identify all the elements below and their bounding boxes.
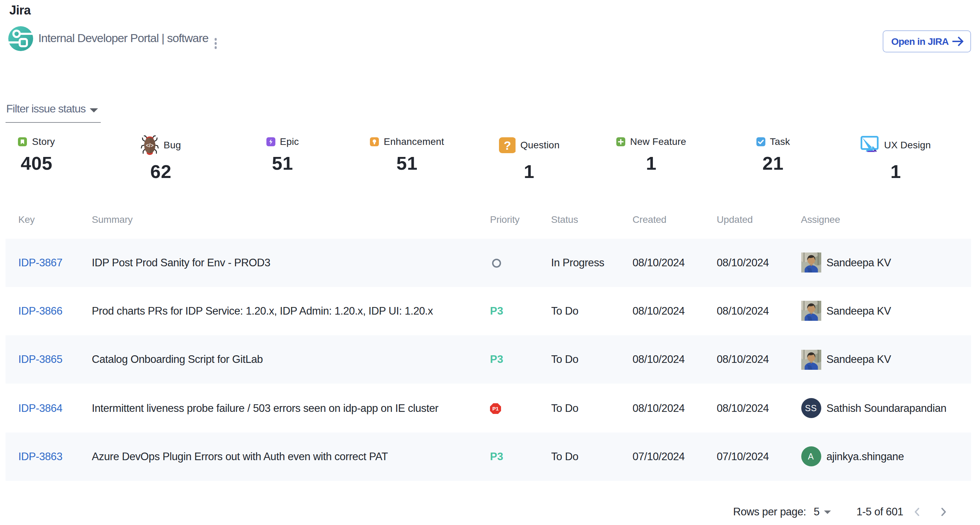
chevron-right-icon	[939, 507, 948, 516]
jira-card: Jira Internal Developer Portal | softwar…	[0, 0, 980, 525]
dropdown-arrow-icon	[90, 108, 98, 112]
bug-icon: </>	[141, 135, 159, 155]
rows-per-page-label: Rows per page:	[733, 505, 806, 518]
assignee-name: Sandeepa KV	[826, 305, 891, 317]
issue-status: In Progress	[551, 238, 633, 287]
column-header-key: Key	[6, 200, 92, 238]
summary-item-task: Task 21	[756, 135, 790, 173]
avatar-photo	[801, 252, 821, 273]
assignee-name: Sathish Soundarapandian	[826, 402, 947, 414]
epic-count: 51	[272, 154, 293, 173]
issue-status: To Do	[551, 287, 633, 336]
column-header-created: Created	[633, 200, 717, 238]
enhancement-icon	[370, 137, 379, 146]
issue-created: 08/10/2024	[633, 384, 717, 433]
open-in-jira-button[interactable]: Open in JIRA	[883, 30, 971, 52]
issue-updated: 08/10/2024	[717, 384, 801, 433]
issues-table: Key Summary Priority Status Created Upda…	[6, 200, 971, 481]
project-logo-icon	[8, 26, 33, 51]
ux-design-count: 1	[891, 162, 901, 181]
avatar-initials: A	[801, 447, 821, 467]
summary-item-ux-design: UX Design 1	[861, 135, 931, 181]
issue-updated: 08/10/2024	[717, 238, 801, 287]
issue-key-link[interactable]: IDP-3863	[18, 450, 62, 462]
kebab-menu-icon[interactable]	[207, 35, 224, 52]
issue-created: 08/10/2024	[633, 287, 717, 336]
summary-item-new-feature: New Feature 1	[616, 135, 686, 173]
table-header-row: Key Summary Priority Status Created Upda…	[6, 200, 971, 238]
task-icon	[756, 137, 765, 146]
summary-item-question: ? Question 1	[499, 135, 560, 181]
summary-item-bug: </> Bug 62	[141, 135, 181, 181]
summary-item-story: Story 405	[18, 135, 55, 173]
enhancement-count: 51	[396, 154, 418, 173]
issue-created: 08/10/2024	[633, 238, 717, 287]
card-title: Jira	[9, 3, 31, 17]
issue-summary: Intermittent liveness probe failure / 50…	[92, 384, 490, 433]
pagination-range: 1-5 of 601	[856, 505, 904, 518]
task-count: 21	[763, 154, 784, 173]
next-page-button[interactable]	[935, 503, 952, 520]
priority-none-icon	[492, 259, 501, 268]
issue-summary: Azure DevOps Plugin Errors out with Auth…	[92, 432, 490, 481]
filter-issue-status-select[interactable]: Filter issue status	[6, 98, 101, 123]
table-row: IDP-3867 IDP Post Prod Sanity for Env - …	[6, 238, 971, 287]
issue-updated: 08/10/2024	[717, 287, 801, 336]
issue-status: To Do	[551, 432, 633, 481]
priority-p3-badge: P3	[490, 305, 503, 317]
issue-key-link[interactable]: IDP-3865	[18, 353, 62, 365]
story-count: 405	[21, 154, 52, 173]
column-header-summary: Summary	[92, 200, 490, 238]
issue-key-link[interactable]: IDP-3867	[18, 256, 62, 268]
column-header-priority: Priority	[490, 200, 551, 238]
issue-status: To Do	[551, 384, 633, 433]
issue-created: 07/10/2024	[633, 432, 717, 481]
new-feature-icon	[616, 137, 625, 146]
question-count: 1	[524, 162, 535, 181]
issue-created: 08/10/2024	[633, 335, 717, 384]
avatar-photo	[801, 349, 821, 370]
priority-p3-badge: P3	[490, 353, 503, 365]
priority-p1-badge: P1	[490, 403, 501, 414]
bug-count: 62	[150, 162, 172, 181]
column-header-updated: Updated	[717, 200, 801, 238]
assignee-name: Sandeepa KV	[826, 353, 891, 366]
summary-item-enhancement: Enhancement 51	[370, 135, 444, 173]
summary-item-epic: Epic 51	[266, 135, 299, 173]
story-icon	[18, 137, 27, 146]
svg-text:?: ?	[503, 138, 511, 152]
assignee-name: Sandeepa KV	[826, 256, 891, 269]
rows-per-page-select[interactable]: 5	[814, 505, 819, 518]
project-name: Internal Developer Portal | software	[38, 32, 208, 46]
issue-summary: Catalog Onboarding Script for GitLab	[92, 335, 490, 384]
issue-updated: 07/10/2024	[717, 432, 801, 481]
svg-text:</>: </>	[146, 142, 154, 148]
avatar-initials: SS	[801, 398, 821, 418]
avatar-photo	[801, 301, 821, 321]
table-row: IDP-3863 Azure DevOps Plugin Errors out …	[6, 432, 971, 481]
open-in-jira-label: Open in JIRA	[891, 35, 948, 46]
issue-updated: 08/10/2024	[717, 335, 801, 384]
assignee-name: ajinkya.shingane	[826, 450, 904, 463]
arrow-right-icon	[952, 36, 963, 46]
filter-issue-status-label: Filter issue status	[6, 103, 86, 115]
table-row: IDP-3866 Prod charts PRs for IDP Service…	[6, 287, 971, 336]
previous-page-button[interactable]	[908, 503, 925, 520]
column-header-assignee: Assignee	[801, 200, 971, 238]
priority-p3-badge: P3	[490, 450, 503, 462]
table-row: IDP-3865 Catalog Onboarding Script for G…	[6, 335, 971, 384]
issue-key-link[interactable]: IDP-3864	[18, 402, 62, 414]
new-feature-count: 1	[646, 154, 657, 173]
issue-status: To Do	[551, 335, 633, 384]
question-icon: ?	[499, 137, 515, 153]
issue-key-link[interactable]: IDP-3866	[18, 305, 62, 317]
issue-summary: Prod charts PRs for IDP Service: 1.20.x,…	[92, 287, 490, 336]
ux-design-icon	[861, 136, 879, 154]
table-row: IDP-3864 Intermittent liveness probe fai…	[6, 384, 971, 433]
rows-per-page-arrow-icon[interactable]	[824, 510, 831, 514]
issue-summary: IDP Post Prod Sanity for Env - PROD3	[92, 238, 490, 287]
column-header-status: Status	[551, 200, 633, 238]
chevron-left-icon	[912, 507, 922, 516]
epic-icon	[266, 137, 275, 146]
